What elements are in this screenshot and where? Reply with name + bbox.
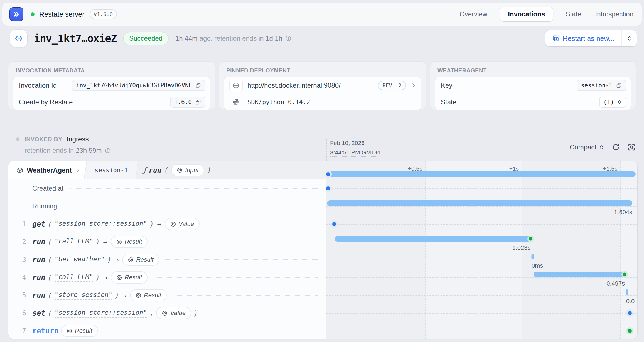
run-duration-tick[interactable] bbox=[532, 254, 534, 259]
completion-dot bbox=[623, 273, 626, 276]
input-badge[interactable]: Input bbox=[171, 164, 204, 176]
created-at-dot[interactable] bbox=[326, 186, 330, 190]
invoked-by-connector bbox=[18, 141, 18, 161]
invocation-duration-bar[interactable] bbox=[327, 171, 636, 177]
age-text[interactable]: 1h 44m bbox=[175, 35, 198, 43]
result-badge[interactable]: Result bbox=[111, 271, 148, 284]
server-status-dot bbox=[31, 12, 35, 16]
copy-plus-icon bbox=[552, 35, 559, 42]
restate-logo-icon[interactable] bbox=[9, 7, 23, 21]
value-eye-icon bbox=[116, 275, 122, 281]
scan-search-icon bbox=[627, 143, 636, 151]
result-badge[interactable]: Result bbox=[111, 236, 148, 248]
return-event-dot[interactable] bbox=[628, 329, 632, 333]
invocation-id-value[interactable]: inv_1kt7Gh4vJWjY0quwk3GiP8avDGVNFo… bbox=[72, 80, 205, 91]
dotted-leader bbox=[173, 295, 318, 296]
pinned-deployment-card: PINNED DEPLOYMENT http://host.docker.int… bbox=[219, 62, 426, 110]
run-duration-tick[interactable] bbox=[626, 289, 628, 295]
journal-row-run-store-session[interactable]: 5 run ( "store session" ) → Result bbox=[8, 286, 326, 304]
keyword-run: run bbox=[32, 238, 45, 246]
keyword-get: get bbox=[32, 220, 45, 228]
service-tab[interactable]: WeatherAgent bbox=[8, 161, 86, 179]
keyword-set: set bbox=[32, 309, 45, 317]
journal-row-run-get-weather[interactable]: 3 run ( "Get weather" ) → Result bbox=[8, 251, 326, 269]
journal-row-created-at[interactable]: Created at bbox=[8, 179, 326, 197]
nav-invocations[interactable]: Invocations bbox=[500, 7, 553, 21]
run-name-arg: "call LLM" bbox=[55, 238, 93, 246]
meta-mid-text: ago, retention ends in bbox=[198, 35, 266, 42]
revision-badge: REV. 2 bbox=[378, 81, 406, 90]
run-name-arg: "store session" bbox=[55, 291, 112, 300]
journal-row-run-call-llm-1[interactable]: 2 run ( "call LLM" ) → Result bbox=[8, 233, 326, 251]
timeline-start-datetime[interactable]: Feb 10, 2026 3:44:51 PM GMT+1 bbox=[330, 140, 381, 159]
invoked-by-value: Ingress bbox=[67, 135, 89, 143]
value-eye-icon bbox=[170, 221, 176, 227]
invocation-target-breadcrumb: WeatherAgent session-1 ƒ run ( Input ) bbox=[8, 161, 326, 179]
restart-as-new-button[interactable]: Restart as new... bbox=[545, 30, 621, 46]
deployment-endpoint-row[interactable]: http://host.docker.internal:9080/ REV. 2 bbox=[224, 77, 421, 94]
nav-introspection[interactable]: Introspection bbox=[594, 7, 635, 21]
result-badge[interactable]: Result bbox=[130, 289, 167, 301]
state-row: State (1) bbox=[435, 94, 631, 110]
chevron-right-icon bbox=[411, 82, 417, 88]
tick-label: +1.5s bbox=[603, 165, 618, 172]
journal-row-return[interactable]: 7 return Result bbox=[8, 322, 326, 339]
handler-tab[interactable]: ƒ run ( Input ) bbox=[136, 161, 326, 179]
nav-state[interactable]: State bbox=[565, 7, 582, 21]
retention-text[interactable]: 1d 1h bbox=[266, 35, 282, 43]
value-eye-icon bbox=[177, 167, 183, 173]
timeline-column: +0.5s +1s +1.5s 1.604s 1.023s 0ms bbox=[326, 161, 637, 339]
retention-countdown[interactable]: 23h 59m bbox=[76, 147, 102, 155]
restart-options-caret[interactable] bbox=[622, 30, 637, 46]
refresh-button[interactable] bbox=[612, 143, 620, 151]
server-version-badge: v1.6.0 bbox=[90, 9, 117, 19]
top-nav: Overview Invocations State Introspection bbox=[458, 7, 635, 21]
tick-label: +1s bbox=[509, 165, 519, 172]
value-badge[interactable]: Value bbox=[156, 307, 191, 319]
dotted-leader bbox=[70, 188, 318, 189]
keyword-return: return bbox=[32, 327, 58, 335]
nav-overview[interactable]: Overview bbox=[458, 7, 488, 21]
view-mode-select[interactable]: Compact bbox=[570, 143, 604, 151]
value-eye-icon bbox=[162, 310, 168, 316]
journal-row-running[interactable]: Running bbox=[8, 197, 326, 215]
timeline-row-running: 1.604s bbox=[326, 197, 637, 215]
dotted-leader bbox=[206, 224, 318, 224]
info-icon[interactable] bbox=[285, 35, 292, 42]
running-bar[interactable] bbox=[327, 200, 632, 206]
chevron-up-down-icon bbox=[626, 35, 632, 41]
completion-dot bbox=[529, 237, 532, 241]
set-event-dot[interactable] bbox=[628, 311, 632, 315]
journal-row-get[interactable]: 1 get ( "session_store::session" ) → Val… bbox=[8, 215, 326, 233]
run-duration-bar[interactable] bbox=[335, 236, 530, 242]
result-badge[interactable]: Result bbox=[61, 325, 98, 337]
invocation-meta-text: 1h 44m ago, retention ends in 1d 1h bbox=[175, 35, 292, 42]
copy-icon[interactable] bbox=[616, 82, 622, 88]
key-name: session-1 bbox=[95, 167, 128, 174]
keyword-run: run bbox=[32, 255, 45, 264]
zoom-fit-button[interactable] bbox=[627, 143, 636, 151]
copy-icon[interactable] bbox=[195, 99, 201, 105]
result-badge[interactable]: Result bbox=[122, 254, 159, 266]
key-tab[interactable]: session-1 bbox=[86, 161, 136, 179]
timeline-controls: Compact bbox=[570, 143, 636, 151]
state-select[interactable]: (1) bbox=[599, 97, 626, 108]
journal-row-run-call-llm-2[interactable]: 4 run ( "call LLM" ) → Result bbox=[8, 269, 326, 286]
start-date: Feb 10, 2026 bbox=[330, 140, 365, 147]
journal-row-set[interactable]: 6 set ( "session_store::session" , Value… bbox=[8, 304, 326, 322]
restate-version-value[interactable]: 1.6.0 bbox=[170, 97, 205, 108]
invoked-by-label: INVOKED BY bbox=[24, 136, 62, 142]
invocation-start-dot[interactable] bbox=[326, 172, 330, 176]
restart-split-button: Restart as new... bbox=[545, 30, 637, 46]
copy-icon[interactable] bbox=[195, 82, 201, 88]
get-event-dot[interactable] bbox=[332, 222, 336, 226]
run-duration-bar[interactable] bbox=[534, 272, 625, 277]
timeline-row-run-call-llm-1: 1.023s bbox=[326, 233, 637, 251]
keyword-run: run bbox=[32, 273, 45, 282]
dotted-leader bbox=[165, 259, 318, 260]
value-badge[interactable]: Value bbox=[165, 218, 200, 230]
key-value[interactable]: session-1 bbox=[577, 80, 626, 91]
journal-panel: WeatherAgent session-1 ƒ run ( Input ) bbox=[8, 161, 637, 339]
info-icon[interactable] bbox=[105, 147, 111, 154]
chevron-up-down-icon bbox=[617, 99, 622, 105]
